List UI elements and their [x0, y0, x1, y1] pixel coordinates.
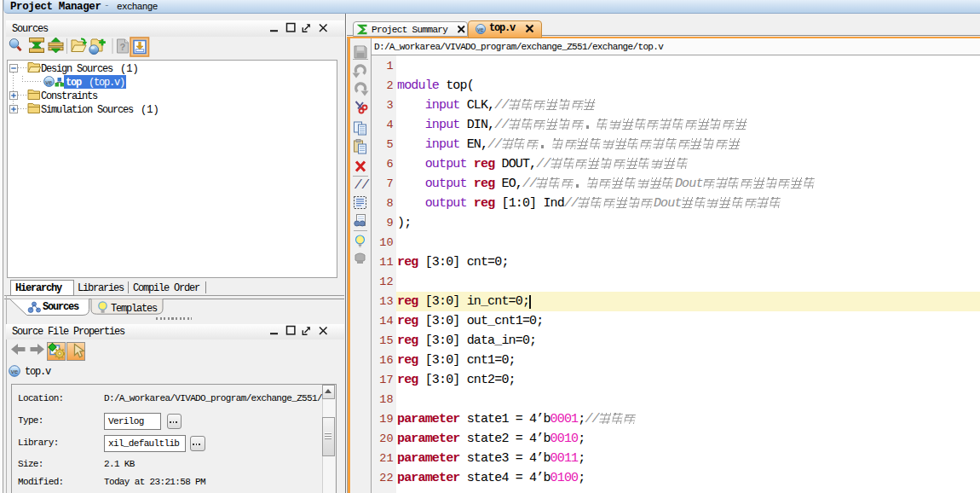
svg-text:ve: ve — [45, 78, 52, 86]
svg-text://: // — [355, 178, 369, 192]
svg-text:ve: ve — [477, 26, 484, 32]
svg-text:?: ? — [120, 42, 126, 52]
svg-text:ve: ve — [11, 368, 19, 375]
